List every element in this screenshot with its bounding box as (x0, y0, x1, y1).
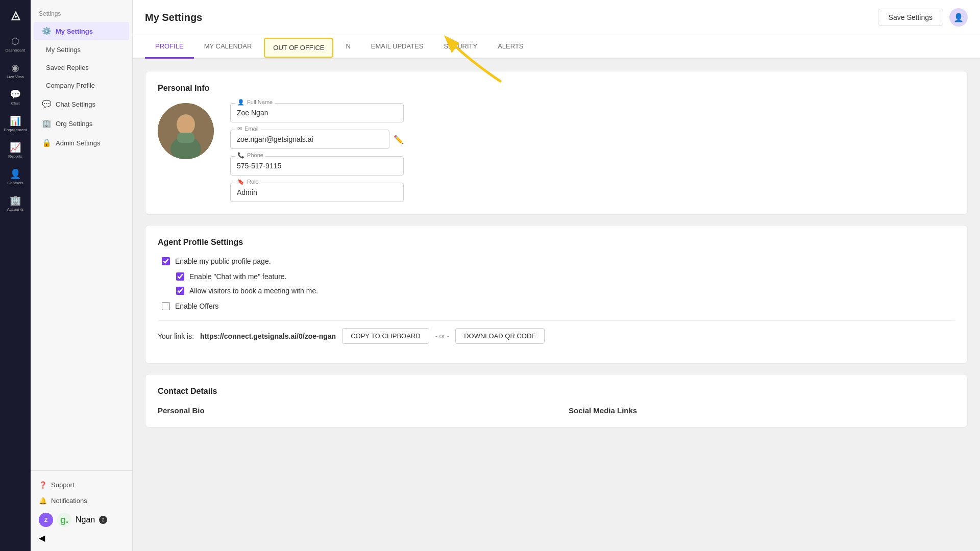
sidebar-item-my-settings[interactable]: ⚙️ My Settings (34, 22, 129, 40)
my-settings-label: My Settings (56, 28, 93, 35)
full-name-input[interactable] (230, 103, 404, 122)
enable-public-profile-label: Enable my public profile page. (175, 257, 271, 265)
live-view-icon: ◉ (11, 62, 19, 73)
sidebar-item-chat-settings[interactable]: 💬 Chat Settings (34, 95, 129, 113)
enable-public-profile-item: Enable my public profile page. (162, 257, 955, 265)
org-settings-icon: 🏢 (42, 119, 52, 128)
role-input[interactable] (230, 183, 404, 202)
tab-alerts[interactable]: ALERTS (487, 35, 533, 59)
sidebar-section-label: Settings (31, 4, 132, 21)
dashboard-label: Dashboard (5, 48, 25, 53)
tab-email-updates[interactable]: EMAIL UPDATES (361, 35, 434, 59)
enable-offers-label: Enable Offers (175, 302, 218, 310)
profile-link-url: https://connect.getsignals.ai/0/zoe-ngan (200, 332, 336, 340)
enable-chat-with-me-item: Enable "Chat with me" feature. (176, 272, 955, 281)
admin-settings-label: Admin Settings (56, 139, 100, 147)
sidebar-item-contacts[interactable]: 👤 Contacts (4, 165, 27, 188)
enable-chat-with-me-checkbox[interactable] (176, 272, 184, 281)
page-title: My Settings (145, 12, 202, 23)
download-qr-code-button[interactable]: DOWNLOAD QR CODE (455, 328, 545, 344)
user-avatar: Z (39, 513, 53, 527)
profile-link-row: Your link is: https://connect.getsignals… (158, 320, 955, 351)
email-input[interactable] (230, 130, 389, 149)
user-avatar-topbar[interactable]: 👤 (949, 8, 968, 27)
sidebar-subitem-company-profile[interactable]: Company Profile (34, 77, 129, 94)
allow-booking-label: Allow visitors to book a meeting with me… (189, 287, 318, 295)
support-label: Support (51, 481, 75, 489)
sidebar-item-live-view[interactable]: ◉ Live View (4, 59, 27, 82)
full-name-label: 👤 Full Name (235, 99, 275, 106)
link-prefix-text: Your link is: (158, 332, 194, 340)
admin-settings-icon: 🔒 (42, 138, 52, 147)
save-settings-button[interactable]: Save Settings (878, 9, 943, 26)
topbar: My Settings Save Settings 👤 (133, 0, 980, 35)
personal-info-title: Personal Info (158, 84, 955, 93)
company-profile-label: Company Profile (46, 82, 95, 89)
tab-security[interactable]: SECURITY (433, 35, 487, 59)
sidebar-item-dashboard[interactable]: ⬡ Dashboard (4, 33, 27, 55)
sidebar-subitem-my-settings[interactable]: My Settings (34, 41, 129, 58)
svg-rect-5 (177, 133, 194, 143)
user-profile-avatar[interactable] (158, 103, 214, 159)
tab-notifications[interactable]: N (335, 35, 360, 59)
chat-settings-label: Chat Settings (56, 101, 95, 108)
social-media-column: Social Media Links (569, 406, 955, 415)
allow-booking-checkbox[interactable] (176, 287, 184, 295)
enable-chat-with-me-label: Enable "Chat with me" feature. (189, 272, 286, 281)
support-item[interactable]: ❓ Support (31, 477, 132, 493)
settings-sidebar: Settings ⚙️ My Settings My Settings Save… (31, 0, 133, 551)
tab-my-calendar[interactable]: MY CALENDAR (194, 35, 262, 59)
social-media-title: Social Media Links (569, 406, 955, 415)
sidebar-item-chat[interactable]: 💬 Chat (4, 86, 27, 108)
tab-profile[interactable]: PROFILE (145, 35, 194, 59)
chat-icon: 💬 (10, 89, 21, 100)
dashboard-icon: ⬡ (11, 36, 19, 47)
sidebar-bottom: ❓ Support 🔔 Notifications Z g. Ngan 2 ◀ (31, 470, 132, 551)
user-profile-row[interactable]: Z g. Ngan 2 (31, 509, 132, 531)
tabs-bar: PROFILE MY CALENDAR OUT OF OFFICE N EMAI… (133, 35, 980, 59)
full-name-field: 👤 Full Name (230, 103, 404, 122)
enable-offers-item: Enable Offers (162, 302, 955, 310)
user-avatar-secondary: g. (57, 513, 71, 527)
page-content: Personal Info (133, 59, 980, 551)
settings-icon: ⚙️ (42, 27, 52, 36)
sidebar-item-engagement[interactable]: 📊 Engagement (4, 112, 27, 135)
enable-public-profile-checkbox[interactable] (162, 257, 170, 265)
icon-navigation: ◬ ⬡ Dashboard ◉ Live View 💬 Chat 📊 Engag… (0, 0, 31, 551)
my-settings-sub-label: My Settings (46, 46, 81, 54)
tab-out-of-office[interactable]: OUT OF OFFICE (264, 38, 333, 58)
avatar-image (158, 103, 214, 159)
contact-details-columns: Personal Bio Social Media Links (158, 406, 955, 415)
svg-point-4 (177, 116, 194, 133)
username-label: Ngan (76, 515, 95, 524)
role-label: 🔖 Role (235, 179, 261, 185)
contact-details-section: Contact Details Personal Bio Social Medi… (145, 374, 968, 428)
copy-to-clipboard-button[interactable]: COPY TO CLIPBOARD (342, 328, 429, 344)
engagement-icon: 📊 (10, 115, 21, 127)
notification-bell-icon: 🔔 (39, 497, 47, 505)
sidebar-subitem-saved-replies[interactable]: Saved Replies (34, 59, 129, 76)
saved-replies-label: Saved Replies (46, 64, 89, 71)
personal-info-section: Personal Info (145, 71, 968, 215)
sidebar-item-org-settings[interactable]: 🏢 Org Settings (34, 114, 129, 133)
edit-email-button[interactable]: ✏️ (394, 135, 404, 144)
notification-badge: 2 (99, 516, 107, 524)
chat-label: Chat (11, 101, 20, 106)
personal-bio-title: Personal Bio (158, 406, 544, 415)
profile-checkboxes: Enable my public profile page. Enable "C… (158, 257, 955, 310)
notifications-item[interactable]: 🔔 Notifications (31, 493, 132, 509)
role-field: 🔖 Role (230, 183, 404, 202)
email-field-row: ✉ Email ✏️ (230, 130, 404, 149)
accounts-icon: 🏢 (10, 195, 21, 206)
phone-input[interactable] (230, 156, 404, 176)
sidebar-item-reports[interactable]: 📈 Reports (4, 139, 27, 161)
app-logo: ◬ (6, 6, 24, 24)
user-avatar-letter: g. (60, 515, 68, 525)
phone-label: 📞 Phone (235, 152, 265, 159)
collapse-sidebar-button[interactable]: ◀ (31, 531, 132, 545)
sidebar-item-admin-settings[interactable]: 🔒 Admin Settings (34, 134, 129, 152)
enable-offers-checkbox[interactable] (162, 302, 170, 310)
sidebar-item-accounts[interactable]: 🏢 Accounts (4, 192, 27, 214)
sub-checkboxes: Enable "Chat with me" feature. Allow vis… (162, 272, 955, 295)
support-icon: ❓ (39, 481, 47, 489)
